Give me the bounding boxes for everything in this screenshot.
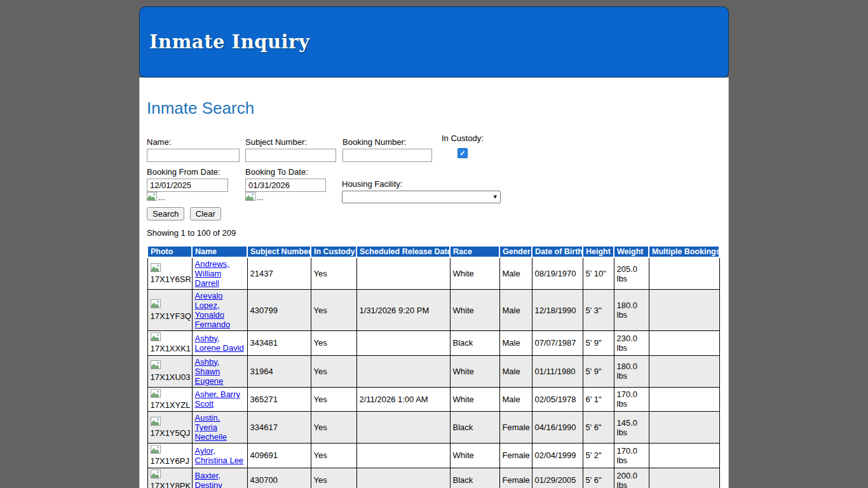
race-cell: White (450, 257, 499, 290)
column-header: Multiple Bookings (649, 246, 719, 257)
booking-number-label: Booking Number: (342, 137, 432, 147)
housing-facility-select[interactable]: ▾ (342, 191, 501, 203)
search-button[interactable]: Search (147, 207, 184, 220)
photo-cell[interactable]: 17X1Y6PJ (147, 444, 192, 468)
booking-from-label: Booking From Date: (147, 167, 228, 177)
subject-number-cell: 365271 (247, 387, 311, 412)
table-row: 17X1XU03 Ashby, Shawn Eugene 31964 Yes W… (147, 355, 719, 387)
table-row: 17X1Y5QJ Austin, Tyeria Nechelle 334617 … (147, 412, 719, 444)
scheduled-release-date-cell (356, 468, 450, 488)
date-of-birth-cell: 02/04/1999 (532, 444, 583, 468)
clear-button[interactable]: Clear (190, 207, 221, 220)
in-custody-cell: Yes (311, 444, 356, 468)
date-of-birth-cell: 01/11/1980 (532, 355, 583, 387)
chevron-down-icon: ▾ (493, 193, 497, 201)
inmate-name-link[interactable]: Ashby, Shawn Eugene (195, 357, 224, 386)
height-cell: 5' 6" (583, 412, 614, 444)
race-cell: White (450, 444, 499, 468)
column-header: Gender (499, 246, 532, 257)
broken-image-icon (245, 192, 257, 204)
subject-number-cell: 343481 (247, 331, 311, 356)
date-of-birth-cell: 01/29/2005 (532, 468, 583, 488)
race-cell: White (450, 290, 499, 331)
booking-to-calendar-button[interactable]: ... (245, 192, 264, 204)
broken-image-icon (147, 192, 158, 204)
results-summary: Showing 1 to 100 of 209 (147, 228, 721, 238)
photo-alt-text: 17X1Y5QJ (151, 429, 189, 438)
table-row: 17X1YF3Q Arevalo Lopez, Yonaldo Fernando… (147, 290, 719, 331)
inmate-name-link[interactable]: Baxter, Destiny (195, 471, 222, 488)
photo-cell[interactable]: 17X1YF3Q (147, 290, 192, 331)
results-tbody: 17X1Y6SR Andrews, William Darrell 21437 … (147, 257, 719, 488)
column-header: Race (450, 246, 499, 257)
inmate-name-link[interactable]: Arevalo Lopez, Yonaldo Fernando (195, 291, 231, 329)
calendar-icon-alt-text: ... (257, 193, 264, 202)
photo-alt-text: 17X1YF3Q (151, 312, 189, 321)
name-cell: Arevalo Lopez, Yonaldo Fernando (192, 290, 247, 331)
booking-number-input[interactable] (342, 149, 432, 162)
page-panel: Inmate Inquiry Inmate Search Name: Subje… (139, 6, 729, 488)
housing-facility-label: Housing Facility: (342, 179, 501, 189)
multiple-bookings-cell (649, 412, 719, 444)
table-row: 17X1Y6PJ Aylor, Christina Lee 409691 Yes… (147, 444, 719, 468)
inmate-name-link[interactable]: Andrews, William Darrell (195, 259, 229, 288)
gender-cell: Female (499, 412, 532, 444)
gender-cell: Male (499, 331, 532, 356)
subject-number-cell: 409691 (247, 444, 311, 468)
name-cell: Andrews, William Darrell (192, 257, 247, 290)
scheduled-release-date-cell (356, 257, 450, 290)
photo-alt-text: 17X1Y6PJ (151, 457, 189, 466)
table-header-row: PhotoNameSubject NumberIn CustodySchedul… (147, 246, 719, 257)
photo-cell[interactable]: 17X1Y5QJ (147, 412, 192, 444)
table-row: 17X1XYZL Asher, Barry Scott 365271 Yes 2… (147, 387, 719, 412)
scheduled-release-date-cell (356, 355, 450, 387)
in-custody-cell: Yes (311, 412, 356, 444)
column-header: Photo (147, 246, 192, 257)
scheduled-release-date-cell: 2/11/2026 1:00 AM (356, 387, 450, 412)
inmate-name-link[interactable]: Ashby, Lorene David (195, 334, 244, 353)
booking-from-calendar-button[interactable]: ... (147, 192, 165, 204)
date-of-birth-cell: 02/05/1978 (532, 387, 583, 412)
weight-cell: 230.0 lbs (614, 331, 649, 356)
gender-cell: Female (499, 444, 532, 468)
name-cell: Aylor, Christina Lee (192, 444, 247, 468)
photo-cell[interactable]: 17X1Y8PK (147, 468, 192, 488)
in-custody-cell: Yes (311, 468, 356, 488)
photo-cell[interactable]: 17X1XU03 (147, 355, 192, 387)
in-custody-cell: Yes (311, 331, 356, 356)
name-cell: Ashby, Shawn Eugene (192, 355, 247, 387)
photo-cell[interactable]: 17X1Y6SR (147, 257, 192, 290)
date-of-birth-cell: 04/16/1990 (532, 412, 583, 444)
photo-alt-text: 17X1Y6SR (151, 275, 189, 284)
race-cell: Black (450, 468, 499, 488)
column-header: Date of Birth (532, 246, 583, 257)
height-cell: 5' 3" (583, 290, 614, 331)
calendar-icon-alt-text: ... (158, 193, 165, 202)
subject-number-input[interactable] (245, 149, 336, 162)
in-custody-checkbox[interactable]: ✓ (458, 148, 468, 158)
subject-number-cell: 21437 (247, 257, 311, 290)
height-cell: 5' 9" (583, 331, 614, 356)
scheduled-release-date-cell: 1/31/2026 9:20 PM (356, 290, 450, 331)
inmate-name-link[interactable]: Aylor, Christina Lee (195, 446, 244, 465)
booking-from-input[interactable] (147, 179, 228, 192)
broken-image-icon (151, 263, 162, 275)
date-of-birth-cell: 08/19/1970 (532, 257, 583, 290)
inmate-name-link[interactable]: Austin, Tyeria Nechelle (195, 413, 227, 442)
multiple-bookings-cell (649, 331, 719, 356)
weight-cell: 180.0 lbs (614, 290, 649, 331)
subject-number-cell: 334617 (247, 412, 311, 444)
weight-cell: 180.0 lbs (614, 355, 649, 387)
race-cell: Black (450, 412, 499, 444)
race-cell: White (450, 355, 499, 387)
photo-cell[interactable]: 17X1XYZL (147, 387, 192, 412)
name-cell: Austin, Tyeria Nechelle (192, 412, 247, 444)
height-cell: 5' 2" (583, 444, 614, 468)
subject-number-cell: 31964 (247, 355, 311, 387)
booking-to-input[interactable] (245, 179, 326, 192)
height-cell: 6' 1" (583, 387, 614, 412)
name-input[interactable] (147, 149, 240, 162)
inmate-name-link[interactable]: Asher, Barry Scott (195, 390, 241, 409)
photo-cell[interactable]: 17X1XXK1 (147, 331, 192, 356)
gender-cell: Male (499, 387, 532, 412)
